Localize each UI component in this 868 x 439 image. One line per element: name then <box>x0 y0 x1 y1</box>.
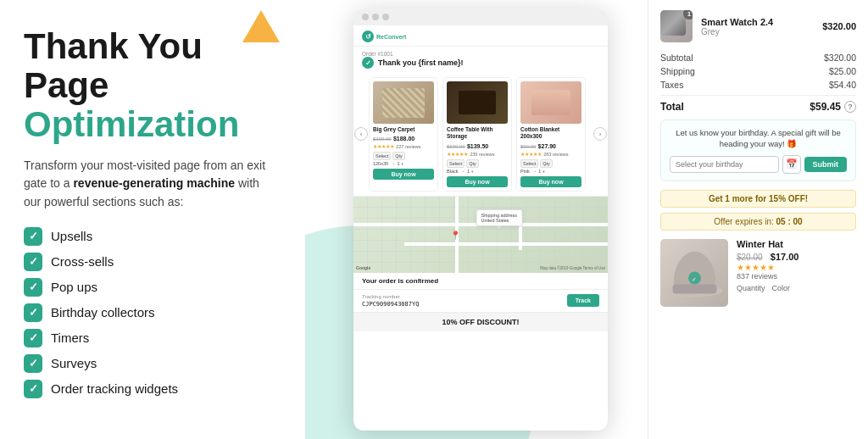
google-label: Google <box>356 265 370 270</box>
browser-dot-2 <box>372 14 379 20</box>
check-icon <box>24 227 42 246</box>
check-icon <box>24 303 42 322</box>
product-image-blanket <box>520 81 581 124</box>
buy-now-btn-3[interactable]: Buy now <box>520 176 581 187</box>
birthday-input-row: 📅 Submit <box>670 155 847 174</box>
description: Transform your most-visited page from an… <box>24 157 278 212</box>
product-image-table <box>447 81 508 124</box>
birthday-section: Let us know your birthday. A special gif… <box>660 119 856 181</box>
order-item-price: $320.00 <box>822 21 856 31</box>
list-item: Upsells <box>24 227 281 246</box>
order-total: Total $59.45 ? <box>660 101 856 113</box>
svg-text:✓: ✓ <box>692 275 697 283</box>
products-carousel: Big Grey Carpet $200.00 $188.00 ★★★★★ 22… <box>353 77 608 192</box>
check-icon <box>24 354 42 373</box>
buy-now-btn-1[interactable]: Buy now <box>373 169 434 180</box>
center-panel: ReConvert Order #1001 Thank you {first n… <box>305 0 648 439</box>
watch-shape <box>660 10 686 36</box>
order-item: 1 Smart Watch 2.4 Grey $320.00 <box>660 10 856 42</box>
products-section: ‹ › Big Grey Carpet $200.00 $188.00 ★★★★… <box>353 73 608 197</box>
calendar-button[interactable]: 📅 <box>782 155 801 174</box>
right-inner: 1 Smart Watch 2.4 Grey $320.00 Subtotal … <box>648 0 868 439</box>
right-panel: 1 Smart Watch 2.4 Grey $320.00 Subtotal … <box>648 0 868 439</box>
total-question-icon[interactable]: ? <box>844 101 856 113</box>
ty-header: ReConvert <box>353 25 608 47</box>
track-button[interactable]: Track <box>567 294 599 307</box>
birthday-description: Let us know your birthday. A special gif… <box>670 127 847 150</box>
list-item: Cross-sells <box>24 253 281 271</box>
map-background: Shipping address United States Google Ma… <box>353 197 608 273</box>
main-title: Thank You Page Optimization <box>24 27 281 145</box>
browser-bar <box>353 8 608 25</box>
check-circle <box>362 57 374 69</box>
product-options-3: Select Qty <box>520 159 581 168</box>
winter-hat-info: Winter Hat $20.00 $17.00 ★★★★★ 837 revie… <box>737 239 856 307</box>
map-pin <box>450 231 459 239</box>
carousel-left-arrow[interactable]: ‹ <box>354 127 368 141</box>
carousel-right-arrow[interactable]: › <box>593 127 607 141</box>
buy-now-btn-2[interactable]: Buy now <box>447 176 508 187</box>
check-icon <box>24 329 42 347</box>
left-panel: Thank You Page Optimization Transform yo… <box>0 0 305 439</box>
list-item: Birthday collectors <box>24 303 281 322</box>
list-item: Order tracking widgets <box>24 380 281 398</box>
svg-rect-1 <box>672 285 716 294</box>
order-item-image: 1 <box>660 10 693 42</box>
order-confirmed: Your order is confirmed <box>353 273 608 290</box>
birthday-input[interactable] <box>670 156 779 173</box>
phone-browser: ReConvert Order #1001 Thank you {first n… <box>353 8 608 431</box>
shipping-line: Shipping $25.00 <box>660 66 856 76</box>
check-icon <box>24 380 42 398</box>
map-tooltip: Shipping address United States <box>476 209 523 226</box>
reconvert-logo: ReConvert <box>362 31 406 42</box>
order-item-badge: 1 <box>683 10 693 19</box>
order-divider <box>660 95 856 96</box>
map-credit: Map data ©2019 Google Terms of Use <box>540 266 605 270</box>
features-list: Upsells Cross-sells Pop ups Birthday col… <box>24 227 281 398</box>
check-icon <box>24 278 42 297</box>
map-road <box>404 242 608 246</box>
winter-hat-section: ✓ Winter Hat $20.00 $17.00 ★★★★★ 837 rev… <box>660 239 856 307</box>
hat-svg: ✓ <box>663 245 726 300</box>
browser-content: ReConvert Order #1001 Thank you {first n… <box>353 25 608 431</box>
hat-options: Quantity Color <box>737 284 856 292</box>
timer-banner: Offer expires in: 05 : 00 <box>660 213 856 231</box>
product-card-blanket: Cotton Blanket 200x300 $90.00 $27.90 ★★★… <box>516 77 586 192</box>
carpet-pattern <box>382 88 425 118</box>
subtotal-line: Subtotal $320.00 <box>660 53 856 63</box>
product-card-carpet: Big Grey Carpet $200.00 $188.00 ★★★★★ 22… <box>369 77 438 192</box>
product-card-table: Coffee Table With Storage $600.00 $139.5… <box>442 77 512 192</box>
table-shape <box>459 91 495 114</box>
taxes-line: Taxes $54.40 <box>660 80 856 90</box>
product-options: Select Qty <box>373 152 434 160</box>
list-item: Pop ups <box>24 278 281 297</box>
map-section: Shipping address United States Google Ma… <box>353 197 608 273</box>
product-image-carpet <box>373 81 434 124</box>
check-icon <box>24 253 42 271</box>
discount-banner: 10% OFF DISCOUNT! <box>353 312 608 331</box>
logo-icon <box>362 31 374 42</box>
browser-dots <box>362 14 389 20</box>
tracking-section: Tracking number CJPC9090943087YQ Track <box>353 290 608 312</box>
birthday-submit-button[interactable]: Submit <box>804 157 848 172</box>
product-options-2: Select Qty <box>447 159 508 168</box>
browser-dot-1 <box>362 14 369 20</box>
deco-triangle <box>242 10 280 42</box>
order-item-info: Smart Watch 2.4 Grey <box>701 17 814 36</box>
order-thanks: Order #1001 Thank you {first name}! <box>353 47 608 73</box>
upsell-banner: Get 1 more for 15% OFF! <box>660 190 856 208</box>
list-item: Timers <box>24 329 281 347</box>
list-item: Surveys <box>24 354 281 373</box>
winter-hat-image: ✓ <box>660 239 728 307</box>
blanket-shape <box>531 90 571 115</box>
browser-dot-3 <box>382 14 389 20</box>
